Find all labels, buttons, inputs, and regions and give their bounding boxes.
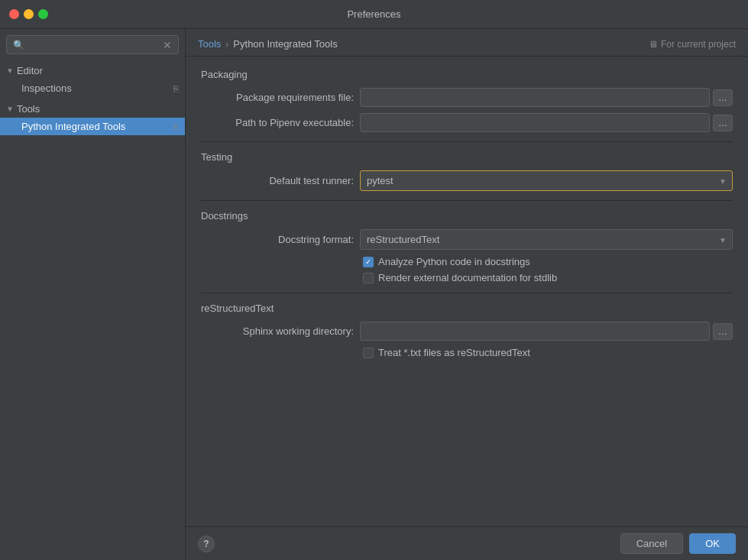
breadcrumb-parent[interactable]: Tools: [198, 38, 221, 50]
sphinx-input[interactable]: [360, 322, 710, 341]
divider-1: [201, 141, 733, 142]
test-runner-row: Default test runner: pytest Unittests No…: [201, 170, 733, 191]
treat-txt-checkbox[interactable]: [363, 348, 374, 358]
analyze-checkbox[interactable]: [363, 257, 374, 267]
requirements-browse-button[interactable]: …: [713, 89, 733, 106]
sidebar-item-python-integrated-tools[interactable]: Python Integrated Tools ⎘: [0, 118, 185, 135]
copy-icon: ⎘: [173, 84, 179, 93]
maximize-button[interactable]: [38, 9, 48, 19]
breadcrumb: Tools › Python Integrated Tools 🖥 For cu…: [186, 29, 748, 57]
minimize-button[interactable]: [24, 9, 34, 19]
breadcrumb-separator: ›: [225, 39, 228, 50]
requirements-field: requirements.txt …: [360, 88, 733, 107]
test-runner-select[interactable]: pytest Unittests Nosetests Trial: [360, 170, 733, 191]
breadcrumb-current: Python Integrated Tools: [233, 38, 337, 50]
treat-txt-checkbox-wrapper[interactable]: Treat *.txt files as reStructuredText: [363, 347, 530, 358]
docstrings-section: Docstrings Docstring format: reStructure…: [201, 210, 733, 283]
docstring-format-field: reStructuredText NumPy Google Plain ▼: [360, 229, 733, 250]
project-icon: 🖥: [649, 39, 658, 50]
divider-2: [201, 200, 733, 201]
preferences-window: Preferences 🔍 pytest ✕ ▼ Editor Inspecti…: [0, 0, 748, 560]
sidebar-item-python-tools-label: Python Integrated Tools: [21, 121, 125, 132]
requirements-input[interactable]: requirements.txt: [360, 88, 710, 107]
analyze-checkbox-wrapper[interactable]: Analyze Python code in docstrings: [363, 256, 530, 267]
restructuredtext-title: reStructuredText: [201, 303, 733, 314]
help-button[interactable]: ?: [198, 536, 215, 552]
packaging-section: Packaging Package requirements file: req…: [201, 69, 733, 132]
pipenv-field: …: [360, 113, 733, 132]
divider-3: [201, 293, 733, 293]
cancel-button[interactable]: Cancel: [620, 533, 683, 554]
treat-txt-checkbox-row: Treat *.txt files as reStructuredText: [363, 347, 733, 358]
sidebar-item-inspections[interactable]: Inspections ⎘: [0, 79, 185, 97]
search-clear-icon[interactable]: ✕: [163, 40, 172, 50]
testing-section: Testing Default test runner: pytest Unit…: [201, 151, 733, 191]
analyze-checkbox-row: Analyze Python code in docstrings: [363, 256, 733, 267]
testing-title: Testing: [201, 151, 733, 163]
sidebar-group-editor[interactable]: ▼ Editor: [0, 62, 185, 79]
packaging-title: Packaging: [201, 69, 733, 80]
pipenv-input[interactable]: [360, 113, 710, 132]
ok-button[interactable]: OK: [689, 533, 736, 554]
docstring-format-label: Docstring format:: [201, 234, 354, 245]
sidebar-group-editor-label: Editor: [17, 65, 43, 76]
window-title: Preferences: [347, 8, 400, 20]
chevron-down-icon-tools: ▼: [6, 105, 14, 113]
traffic-lights: [9, 9, 48, 19]
content-area: Tools › Python Integrated Tools 🖥 For cu…: [186, 29, 748, 560]
sphinx-row: Sphinx working directory: …: [201, 322, 733, 341]
sidebar-group-tools[interactable]: ▼ Tools: [0, 100, 185, 118]
settings-content: Packaging Package requirements file: req…: [186, 57, 748, 526]
title-bar: Preferences: [0, 0, 748, 29]
docstrings-title: Docstrings: [201, 210, 733, 222]
analyze-checkbox-label: Analyze Python code in docstrings: [378, 256, 530, 267]
treat-txt-checkbox-label: Treat *.txt files as reStructuredText: [378, 347, 530, 358]
pipenv-row: Path to Pipenv executable: …: [201, 113, 733, 132]
pipenv-browse-button[interactable]: …: [713, 115, 733, 131]
test-runner-field: pytest Unittests Nosetests Trial ▼: [360, 170, 733, 191]
docstring-format-select[interactable]: reStructuredText NumPy Google Plain: [360, 229, 733, 250]
sidebar-group-tools-label: Tools: [17, 103, 40, 115]
requirements-label: Package requirements file:: [201, 92, 354, 103]
tools-section: ▼ Tools Python Integrated Tools ⎘: [0, 99, 185, 137]
sphinx-label: Sphinx working directory:: [201, 325, 354, 337]
test-runner-label: Default test runner:: [201, 175, 354, 186]
search-box[interactable]: 🔍 pytest ✕: [6, 35, 179, 54]
main-container: 🔍 pytest ✕ ▼ Editor Inspections ⎘ ▼: [0, 29, 748, 560]
editor-section: ▼ Editor Inspections ⎘: [0, 60, 185, 99]
breadcrumb-project: 🖥 For current project: [649, 39, 736, 50]
sphinx-field: …: [360, 322, 733, 341]
close-button[interactable]: [9, 9, 19, 19]
restructuredtext-section: reStructuredText Sphinx working director…: [201, 303, 733, 358]
sidebar: 🔍 pytest ✕ ▼ Editor Inspections ⎘ ▼: [0, 29, 186, 560]
requirements-row: Package requirements file: requirements.…: [201, 88, 733, 107]
chevron-down-icon: ▼: [6, 66, 14, 75]
footer: ? Cancel OK: [186, 526, 748, 560]
copy-icon-tools: ⎘: [173, 122, 179, 131]
breadcrumb-project-label: For current project: [661, 39, 736, 50]
render-checkbox[interactable]: [363, 273, 374, 283]
search-icon: 🔍: [13, 40, 24, 50]
sidebar-item-inspections-label: Inspections: [21, 83, 72, 94]
test-runner-select-wrapper: pytest Unittests Nosetests Trial ▼: [360, 170, 733, 191]
docstring-format-row: Docstring format: reStructuredText NumPy…: [201, 229, 733, 250]
render-checkbox-label: Render external documentation for stdlib: [378, 272, 557, 283]
docstring-format-select-wrapper: reStructuredText NumPy Google Plain ▼: [360, 229, 733, 250]
search-input[interactable]: pytest: [29, 39, 158, 50]
render-checkbox-row: Render external documentation for stdlib: [363, 272, 733, 283]
pipenv-label: Path to Pipenv executable:: [201, 117, 354, 128]
sphinx-browse-button[interactable]: …: [713, 323, 733, 340]
render-checkbox-wrapper[interactable]: Render external documentation for stdlib: [363, 272, 557, 283]
